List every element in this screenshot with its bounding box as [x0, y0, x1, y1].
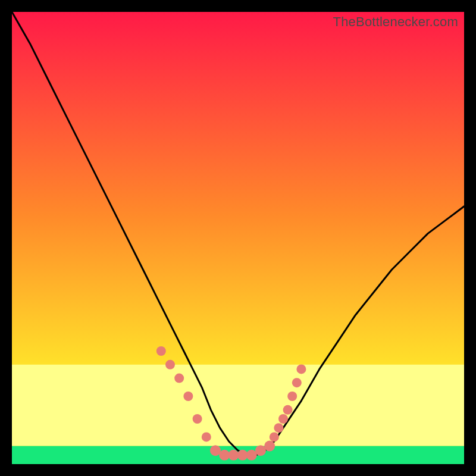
watermark-text: TheBottlenecker.com	[333, 14, 458, 30]
data-marker	[274, 423, 283, 433]
data-marker	[264, 441, 275, 452]
data-marker	[183, 392, 193, 401]
data-marker	[287, 392, 297, 401]
data-marker	[156, 346, 166, 356]
data-marker	[193, 414, 202, 424]
data-marker	[202, 432, 211, 441]
data-marker	[278, 414, 288, 424]
data-marker	[165, 360, 175, 369]
pale-yellow-band	[12, 365, 464, 446]
data-marker	[270, 432, 279, 441]
chart-frame: TheBottlenecker.com	[12, 12, 464, 464]
data-marker	[296, 364, 306, 374]
data-marker	[174, 374, 184, 383]
data-marker	[292, 378, 302, 387]
chart-svg	[12, 12, 464, 464]
data-marker	[283, 405, 293, 415]
